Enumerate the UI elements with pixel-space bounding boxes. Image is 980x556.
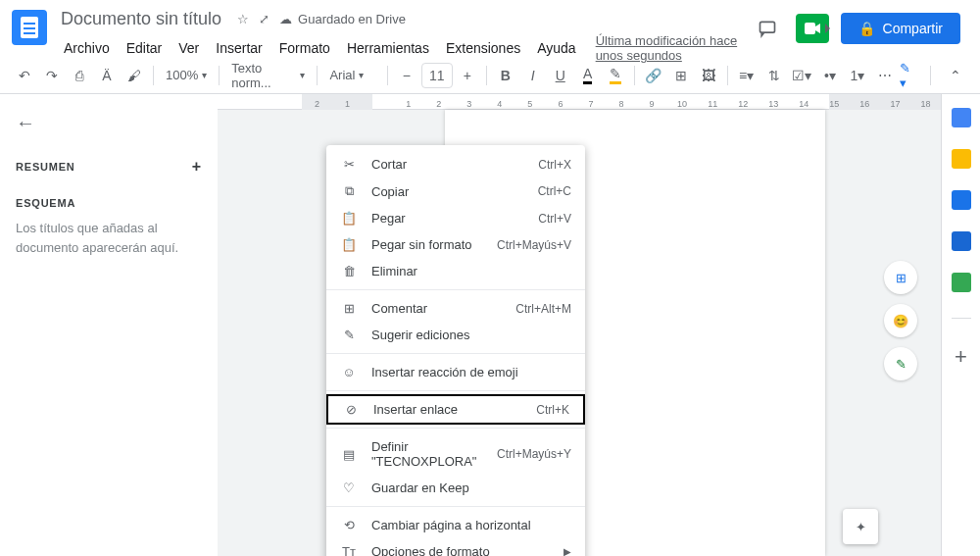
- ctx-suggest[interactable]: ✎Sugerir ediciones: [326, 322, 585, 348]
- ruler-tick: 16: [850, 99, 880, 109]
- ctx-keep[interactable]: ♡Guardar en Keep: [326, 475, 585, 501]
- side-app-tasks[interactable]: [952, 190, 971, 210]
- redo-button[interactable]: ↷: [39, 63, 65, 88]
- print-button[interactable]: ⎙: [67, 63, 92, 88]
- font-select[interactable]: Arial: [323, 63, 380, 88]
- meet-button[interactable]: [796, 14, 829, 43]
- insert-comment-button[interactable]: ⊞: [668, 63, 694, 88]
- line-spacing-button[interactable]: ⇅: [761, 63, 787, 88]
- star-icon[interactable]: ☆: [237, 12, 249, 26]
- ruler-tick: 1: [332, 99, 363, 109]
- ctx-define[interactable]: ▤Definir "TECNOXPLORA"Ctrl+Mayús+Y: [326, 433, 585, 475]
- ctx-format-options[interactable]: TтOpciones de formato▶: [326, 538, 585, 556]
- add-summary-button[interactable]: +: [192, 158, 202, 176]
- ctx-insert-link[interactable]: ⊘Insertar enlaceCtrl+K: [326, 394, 585, 425]
- ctx-paste[interactable]: 📋PegarCtrl+V: [326, 205, 585, 231]
- ruler-tick: 18: [910, 99, 941, 109]
- menu-ver[interactable]: Ver: [172, 36, 206, 60]
- add-addon-button[interactable]: +: [955, 344, 967, 370]
- lock-icon: 🔒: [858, 21, 875, 36]
- explore-button[interactable]: ✦: [843, 509, 878, 544]
- add-emoji-rail-button[interactable]: 😊: [884, 304, 917, 337]
- more-button[interactable]: ⋯: [872, 63, 898, 88]
- ctx-copy[interactable]: ⧉CopiarCtrl+C: [326, 177, 585, 205]
- ctx-orientation[interactable]: ⟲Cambiar página a horizontal: [326, 512, 585, 538]
- add-comment-rail-button[interactable]: ⊞: [884, 261, 917, 294]
- move-icon[interactable]: ⤢: [259, 12, 270, 26]
- undo-button[interactable]: ↶: [12, 63, 37, 88]
- menu-formato[interactable]: Formato: [272, 36, 337, 60]
- side-app-calendar[interactable]: [952, 108, 971, 127]
- ctx-emoji-label: Insertar reacción de emoji: [371, 365, 571, 379]
- ctx-comment-label: Comentar: [371, 301, 502, 316]
- back-button[interactable]: ←: [16, 106, 202, 140]
- style-select[interactable]: Texto norm...: [225, 63, 311, 88]
- menu-bar: ArchivoEditarVerInsertarFormatoHerramien…: [57, 33, 751, 63]
- ctx-cut-shortcut: Ctrl+X: [538, 158, 571, 172]
- comment-history-button[interactable]: [751, 12, 784, 45]
- zoom-select[interactable]: 100%: [160, 63, 213, 88]
- ruler-tick: 10: [667, 99, 698, 109]
- menu-editar[interactable]: Editar: [120, 36, 170, 60]
- ctx-copy-icon: ⧉: [340, 183, 358, 199]
- collapse-button[interactable]: ⌃: [943, 63, 968, 88]
- docs-logo[interactable]: [12, 10, 47, 45]
- menu-archivo[interactable]: Archivo: [57, 36, 117, 60]
- ctx-orientation-icon: ⟲: [340, 518, 358, 532]
- highlight-button[interactable]: ✎: [603, 63, 628, 88]
- ctx-keep-icon: ♡: [340, 480, 358, 495]
- ctx-delete-icon: 🗑: [340, 264, 358, 278]
- ruler-tick: 4: [484, 99, 514, 109]
- ctx-paste-plain[interactable]: 📋Pegar sin formatoCtrl+Mayús+V: [326, 231, 585, 258]
- insert-link-button[interactable]: 🔗: [641, 63, 666, 88]
- side-panel: +: [941, 94, 980, 556]
- ctx-comment[interactable]: ⊞ComentarCtrl+Alt+M: [326, 295, 585, 322]
- ctx-copy-shortcut: Ctrl+C: [538, 184, 571, 198]
- context-menu-separator: [326, 353, 585, 354]
- menu-extensiones[interactable]: Extensiones: [439, 36, 527, 60]
- ctx-define-shortcut: Ctrl+Mayús+Y: [497, 447, 571, 461]
- ruler-tick: 12: [728, 99, 759, 109]
- ctx-comment-icon: ⊞: [340, 301, 358, 316]
- ruler-tick: 5: [514, 99, 545, 109]
- share-button[interactable]: 🔒 Compartir: [841, 13, 960, 44]
- side-app-contacts[interactable]: [952, 231, 971, 251]
- menu-ayuda[interactable]: Ayuda: [530, 36, 582, 60]
- text-color-button[interactable]: A: [575, 63, 601, 88]
- outline-heading: ESQUEMA: [16, 197, 202, 209]
- increase-font-button[interactable]: +: [455, 63, 480, 88]
- suggest-rail-button[interactable]: ✎: [884, 347, 917, 380]
- ruler-tick: 6: [545, 99, 575, 109]
- ruler-tick: 15: [819, 99, 850, 109]
- ctx-delete-label: Eliminar: [371, 264, 571, 278]
- align-button[interactable]: ≡▾: [734, 63, 760, 88]
- ctx-cut[interactable]: ✂CortarCtrl+X: [326, 151, 585, 177]
- decrease-font-button[interactable]: −: [394, 63, 419, 88]
- ctx-delete[interactable]: 🗑Eliminar: [326, 258, 585, 284]
- checklist-button[interactable]: ☑▾: [789, 63, 815, 88]
- save-status[interactable]: ☁ Guardado en Drive: [279, 12, 406, 26]
- document-title[interactable]: Documento sin título: [57, 9, 225, 29]
- italic-button[interactable]: I: [520, 63, 546, 88]
- insert-image-button[interactable]: 🖼: [696, 63, 721, 88]
- side-app-maps[interactable]: [952, 273, 971, 292]
- last-edit-link[interactable]: Última modificación hace unos segundos: [596, 33, 751, 63]
- bulleted-list-button[interactable]: •▾: [817, 63, 843, 88]
- paint-format-button[interactable]: 🖌: [122, 63, 147, 88]
- bold-button[interactable]: B: [493, 63, 518, 88]
- underline-button[interactable]: U: [548, 63, 573, 88]
- ruler-tick: 13: [759, 99, 789, 109]
- numbered-list-button[interactable]: 1▾: [845, 63, 870, 88]
- spellcheck-button[interactable]: Ä: [94, 63, 120, 88]
- share-label: Compartir: [883, 21, 943, 36]
- side-app-keep[interactable]: [952, 149, 971, 169]
- ctx-cut-icon: ✂: [340, 157, 358, 172]
- ctx-emoji[interactable]: ☺Insertar reacción de emoji: [326, 359, 585, 385]
- svg-rect-1: [805, 23, 815, 34]
- ctx-format-options-icon: Tт: [340, 544, 358, 556]
- menu-insertar[interactable]: Insertar: [209, 36, 269, 60]
- menu-herramientas[interactable]: Herramientas: [340, 36, 436, 60]
- editing-mode-button[interactable]: ✎ ▾: [900, 61, 918, 90]
- font-size-input[interactable]: 11: [421, 63, 453, 88]
- ctx-insert-link-icon: ⊘: [342, 402, 360, 417]
